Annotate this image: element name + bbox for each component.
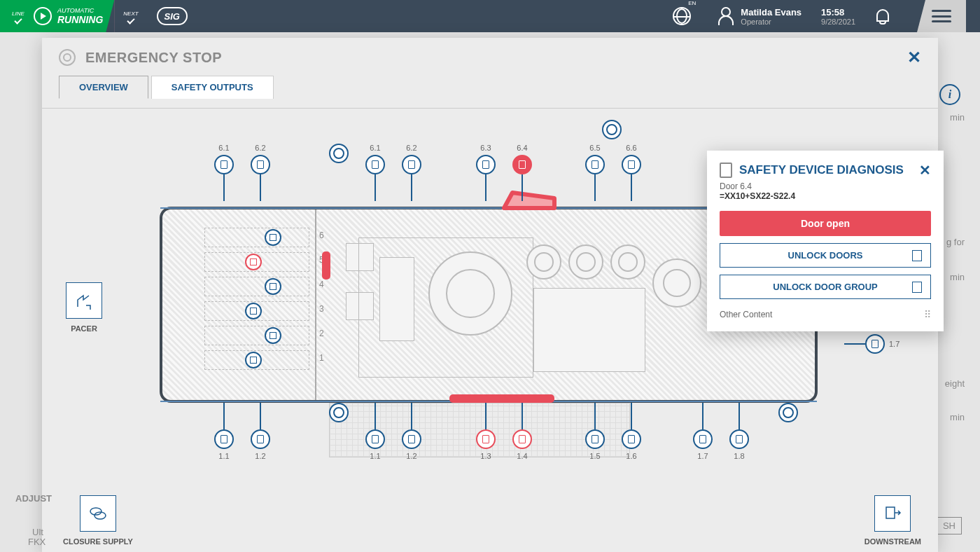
main-menu-button[interactable] [917, 0, 966, 32]
door-indicator[interactable]: 6.6 [622, 144, 641, 201]
next-label: NEXT [123, 11, 138, 17]
svg-rect-2 [886, 507, 895, 518]
door-indicator[interactable]: 1.5 [585, 403, 605, 460]
info-icon[interactable]: i [939, 84, 960, 105]
bg-text: min [950, 112, 965, 123]
popup-title: SAFETY DEVICE DIAGNOSIS [739, 163, 904, 177]
fault-zone [322, 251, 330, 280]
closure-supply-box[interactable]: CLOSURE SUPPLY [63, 495, 133, 546]
clock-block: 15:58 9/28/2021 [821, 7, 855, 26]
safety-diagnosis-popup: SAFETY DEVICE DIAGNOSIS ✕ Door 6.4 =XX10… [707, 151, 944, 331]
estop-indicator[interactable] [602, 120, 622, 139]
door-icon [720, 163, 732, 178]
machine-diagram: 6 5 4 3 2 1 [42, 108, 938, 552]
door-indicator[interactable]: 1.7 [693, 403, 713, 460]
popup-door-id: Door 6.4 [720, 181, 931, 191]
bg-text: eight [945, 378, 965, 389]
estop-indicator[interactable] [778, 403, 798, 422]
tab-safety-outputs[interactable]: SAFETY OUTPUTS [151, 76, 274, 99]
language-code: EN [688, 0, 696, 6]
bg-text: min [950, 272, 965, 282]
bell-icon[interactable] [875, 8, 890, 25]
door-indicator[interactable]: 6.1 [365, 144, 385, 201]
bg-text: ADJUST [15, 493, 52, 504]
door-indicator[interactable]: 1.1 [214, 403, 234, 460]
door-indicator[interactable]: 6.2 [402, 144, 421, 201]
door-indicator-fault[interactable]: 1.4 [512, 403, 532, 460]
globe-icon [673, 7, 691, 25]
door-indicator[interactable]: 1.8 [729, 403, 749, 460]
app-header: LINE AUTOMATIC RUNNING NEXT SIG EN Matil… [0, 0, 980, 32]
pacer-box[interactable]: PACER [66, 282, 102, 333]
door-indicator[interactable]: 6.2 [251, 144, 270, 201]
door-indicator[interactable]: 1.7 [844, 334, 899, 354]
user-role: Operator [741, 18, 802, 26]
bg-text: Ult [32, 527, 43, 537]
door-indicator[interactable]: 6.1 [214, 144, 234, 201]
estop-icon [59, 49, 76, 66]
station-marker[interactable] [265, 229, 281, 246]
next-block[interactable]: NEXT [114, 0, 146, 32]
popup-close-button[interactable]: ✕ [919, 162, 931, 179]
door-indicator[interactable]: 1.1 [365, 403, 385, 460]
door-group-icon [912, 282, 922, 293]
state-label: RUNNING [57, 14, 103, 25]
fault-zone [449, 394, 554, 403]
bg-button[interactable]: SH [937, 517, 962, 534]
modal-close-button[interactable]: ✕ [907, 48, 921, 67]
user-name: Matilda Evans [741, 7, 802, 18]
language-selector[interactable]: EN [673, 7, 699, 25]
tab-overview[interactable]: OVERVIEW [59, 76, 148, 99]
door-icon [912, 250, 922, 261]
brand-logo: SIG [157, 7, 188, 25]
drag-handle-icon[interactable]: ⠿ [924, 309, 931, 320]
running-status-block[interactable]: AUTOMATIC RUNNING [28, 0, 114, 32]
check-icon [127, 16, 134, 24]
station-marker[interactable] [245, 303, 262, 319]
mode-label: AUTOMATIC [57, 7, 103, 14]
door-indicator[interactable]: 1.2 [251, 403, 270, 460]
downstream-box[interactable]: DOWNSTREAM [864, 495, 921, 546]
estop-indicator[interactable] [329, 144, 349, 163]
line-label: LINE [12, 11, 24, 17]
door-indicator-fault[interactable]: 1.3 [476, 403, 496, 460]
station-marker-alert[interactable] [245, 254, 262, 270]
user-block[interactable]: Matilda Evans Operator [718, 7, 802, 26]
modal-title: EMERGENCY STOP [85, 50, 222, 66]
unlock-door-group-button[interactable]: UNLOCK DOOR GROUP [720, 275, 931, 299]
door-indicator[interactable]: 1.2 [402, 403, 421, 460]
modal-tabs: OVERVIEW SAFETY OUTPUTS [42, 76, 938, 99]
door-indicator-alert[interactable]: 6.4 [512, 144, 532, 201]
check-icon [14, 16, 22, 24]
door-indicator[interactable]: 6.5 [585, 144, 605, 201]
hamburger-icon [932, 10, 951, 22]
station-marker[interactable] [265, 327, 281, 344]
bg-text: FKX [28, 537, 46, 547]
play-icon [34, 7, 52, 25]
user-icon [718, 7, 734, 25]
door-status-badge: Door open [720, 211, 931, 236]
station-marker[interactable] [265, 278, 281, 295]
door-indicator[interactable]: 6.3 [476, 144, 496, 201]
bg-text: min [950, 412, 965, 422]
door-indicator[interactable]: 1.6 [622, 403, 641, 460]
time-value: 15:58 [821, 7, 855, 18]
station-marker[interactable] [245, 352, 262, 368]
popup-device-code: =XX10+SX22-S22.4 [720, 191, 931, 201]
date-value: 9/28/2021 [821, 18, 855, 26]
estop-indicator[interactable] [329, 403, 349, 422]
bg-text: g for [946, 237, 965, 247]
other-content-label: Other Content [720, 310, 772, 319]
emergency-stop-modal: EMERGENCY STOP ✕ OVERVIEW SAFETY OUTPUTS… [42, 38, 938, 552]
unlock-doors-button[interactable]: UNLOCK DOORS [720, 243, 931, 268]
